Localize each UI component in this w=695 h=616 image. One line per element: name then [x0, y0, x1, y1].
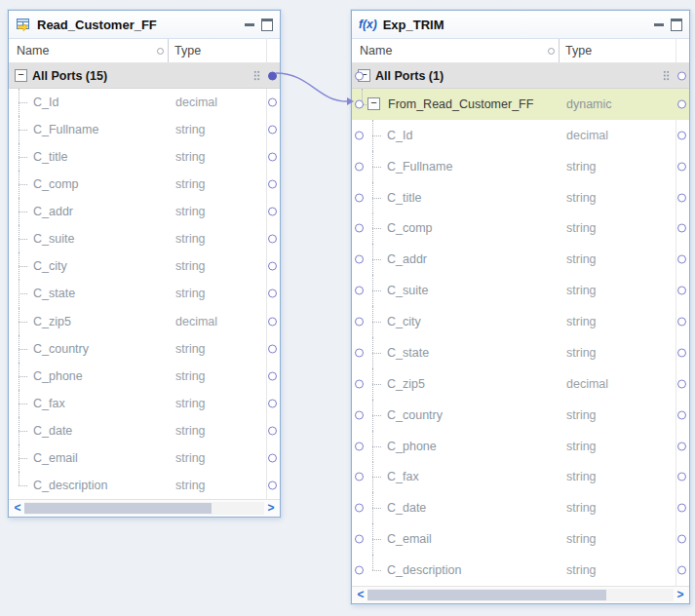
output-port-circle[interactable]	[268, 289, 277, 298]
port-link-line[interactable]	[276, 73, 347, 101]
collapse-button[interactable]	[245, 23, 254, 26]
output-port-circle[interactable]	[268, 399, 277, 407]
port-row[interactable]: C_suite string	[352, 275, 689, 306]
port-row[interactable]: C_title string	[9, 143, 280, 171]
column-header-type[interactable]: Type	[560, 39, 676, 62]
output-port-circle[interactable]	[268, 344, 277, 353]
output-port-circle[interactable]	[268, 98, 277, 107]
input-port-circle[interactable]	[355, 255, 364, 264]
output-port-circle[interactable]	[677, 224, 686, 233]
scrollbar-thumb[interactable]	[367, 590, 606, 600]
port-row[interactable]: C_state string	[352, 337, 689, 368]
scroll-left-icon[interactable]: <	[354, 588, 367, 602]
output-port-circle[interactable]	[677, 535, 686, 544]
all-ports-group-row[interactable]: − All Ports (15)	[9, 63, 280, 89]
port-row[interactable]: C_email string	[352, 523, 689, 555]
port-row[interactable]: C_Fullname string	[352, 151, 689, 182]
column-header-name[interactable]: Name	[352, 39, 560, 62]
maximize-button[interactable]	[261, 19, 273, 31]
input-port-circle[interactable]	[355, 99, 364, 108]
port-row[interactable]: C_city string	[352, 306, 689, 337]
port-row[interactable]: C_description string	[9, 472, 280, 499]
output-port-circle[interactable]	[677, 318, 686, 327]
output-port-circle[interactable]	[677, 255, 686, 264]
output-port-circle[interactable]	[268, 317, 277, 326]
transformation-titlebar[interactable]: f(x) Exp_TRIM	[352, 11, 689, 39]
output-port-circle[interactable]	[677, 193, 686, 202]
output-port-circle[interactable]	[677, 442, 686, 450]
input-port-circle[interactable]	[355, 287, 364, 295]
output-port-circle[interactable]	[677, 410, 686, 419]
port-row[interactable]: C_zip5 decimal	[352, 368, 689, 400]
output-port-circle[interactable]	[677, 287, 686, 295]
input-port-circle[interactable]	[355, 535, 364, 544]
scrollbar-track[interactable]	[24, 502, 264, 515]
input-port-circle[interactable]	[355, 224, 364, 233]
input-port-circle[interactable]	[355, 442, 364, 450]
output-port-circle[interactable]	[268, 208, 277, 216]
collapse-expander-icon[interactable]: −	[367, 97, 380, 110]
port-row[interactable]: C_addr string	[9, 198, 280, 225]
input-port-circle[interactable]	[355, 410, 364, 419]
port-row[interactable]: C_Id decimal	[9, 89, 280, 116]
port-row[interactable]: C_comp string	[352, 213, 689, 245]
output-port-circle[interactable]	[677, 504, 686, 513]
column-header-name[interactable]: Name	[9, 39, 169, 62]
output-port-circle[interactable]	[268, 371, 277, 380]
output-port-circle[interactable]	[677, 566, 686, 575]
scrollbar-track[interactable]	[367, 589, 674, 601]
maximize-button[interactable]	[671, 19, 682, 31]
drag-handle-icon[interactable]	[663, 70, 670, 81]
mapping-canvas[interactable]: Read_Customer_FF Name Type − All Ports (…	[0, 0, 695, 616]
port-row[interactable]: C_description string	[352, 555, 689, 586]
group-output-port-circle[interactable]	[677, 71, 686, 80]
port-row[interactable]: C_zip5 decimal	[9, 308, 280, 335]
output-port-circle[interactable]	[268, 126, 277, 135]
output-port-circle[interactable]	[268, 235, 277, 244]
collapse-button[interactable]	[654, 23, 664, 26]
port-row[interactable]: C_fax string	[9, 390, 280, 417]
group-output-port-circle[interactable]	[268, 71, 277, 80]
transformation-box-exp-trim[interactable]: f(x) Exp_TRIM Name Type − All Ports (1)	[351, 10, 690, 604]
port-row[interactable]: C_country string	[352, 400, 689, 431]
output-port-circle[interactable]	[268, 262, 277, 271]
output-port-circle[interactable]	[677, 348, 686, 357]
horizontal-scrollbar[interactable]: < >	[9, 499, 280, 517]
input-port-circle[interactable]	[355, 162, 364, 171]
port-row[interactable]: C_suite string	[9, 225, 280, 252]
output-port-circle[interactable]	[677, 162, 686, 171]
port-row[interactable]: C_city string	[9, 252, 280, 280]
input-port-circle[interactable]	[355, 131, 364, 139]
output-port-circle[interactable]	[268, 481, 277, 489]
scroll-right-icon[interactable]: >	[264, 501, 278, 516]
input-port-circle[interactable]	[355, 379, 364, 388]
port-row[interactable]: C_title string	[352, 182, 689, 213]
port-row[interactable]: C_Fullname string	[9, 116, 280, 143]
port-row[interactable]: C_date string	[352, 492, 689, 523]
port-row[interactable]: C_comp string	[9, 171, 280, 198]
input-port-circle[interactable]	[355, 504, 364, 513]
input-port-circle[interactable]	[355, 566, 364, 575]
port-row[interactable]: C_addr string	[352, 244, 689, 275]
collapse-expander-icon[interactable]: −	[15, 69, 27, 82]
scroll-right-icon[interactable]: >	[674, 588, 687, 602]
output-port-circle[interactable]	[268, 180, 277, 189]
output-port-circle[interactable]	[677, 473, 686, 481]
output-port-circle[interactable]	[677, 131, 686, 139]
scroll-left-icon[interactable]: <	[11, 501, 24, 516]
drag-handle-icon[interactable]	[253, 70, 260, 81]
output-port-circle[interactable]	[268, 453, 277, 462]
dynamic-port-row[interactable]: − From_Read_Customer_FF dynamic	[352, 89, 689, 120]
port-row[interactable]: C_state string	[9, 280, 280, 307]
output-port-circle[interactable]	[268, 153, 277, 162]
transformation-titlebar[interactable]: Read_Customer_FF	[9, 11, 280, 39]
all-ports-group-row[interactable]: − All Ports (1)	[352, 63, 689, 89]
port-row[interactable]: C_Id decimal	[352, 120, 689, 151]
input-port-circle[interactable]	[355, 193, 364, 202]
port-row[interactable]: C_country string	[9, 335, 280, 363]
output-port-circle[interactable]	[677, 379, 686, 388]
column-header-type[interactable]: Type	[169, 39, 267, 62]
output-port-circle[interactable]	[677, 99, 686, 108]
input-port-circle[interactable]	[355, 318, 364, 327]
transformation-box-read-customer-ff[interactable]: Read_Customer_FF Name Type − All Ports (…	[8, 10, 281, 518]
